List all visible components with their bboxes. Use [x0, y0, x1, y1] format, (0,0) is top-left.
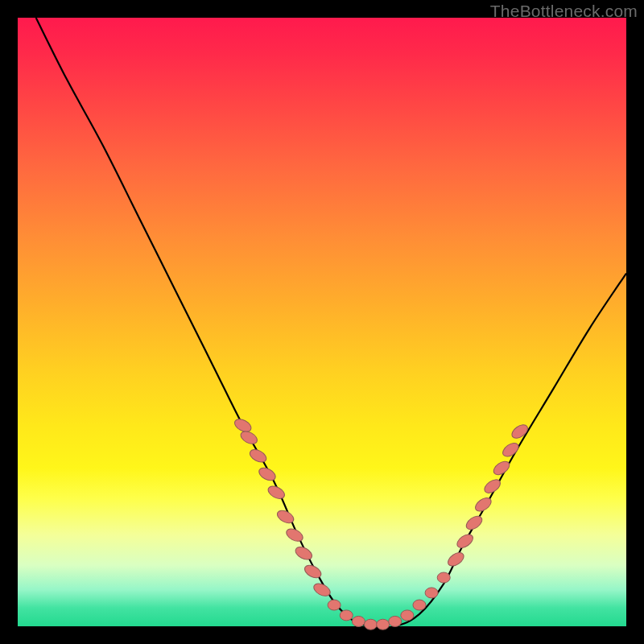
bead — [437, 572, 450, 583]
bead — [501, 440, 521, 459]
bottleneck-curve-svg — [18, 18, 626, 626]
bead — [328, 600, 341, 610]
bead — [464, 514, 484, 532]
bead — [401, 610, 414, 621]
bead — [446, 550, 466, 568]
chart-frame: TheBottleneck.com — [0, 0, 644, 644]
curve-beads — [233, 417, 530, 630]
bead — [377, 619, 390, 630]
bead — [364, 619, 377, 630]
bead — [389, 616, 402, 626]
bead — [248, 447, 269, 464]
watermark-text: TheBottleneck.com — [490, 2, 638, 21]
bead — [510, 422, 530, 440]
bead — [455, 532, 475, 551]
plot-area — [18, 18, 626, 626]
bead — [413, 600, 426, 610]
bead — [491, 459, 511, 477]
bead — [425, 588, 438, 598]
bead — [340, 610, 353, 621]
bead — [352, 616, 365, 626]
bottleneck-curve — [36, 18, 626, 628]
